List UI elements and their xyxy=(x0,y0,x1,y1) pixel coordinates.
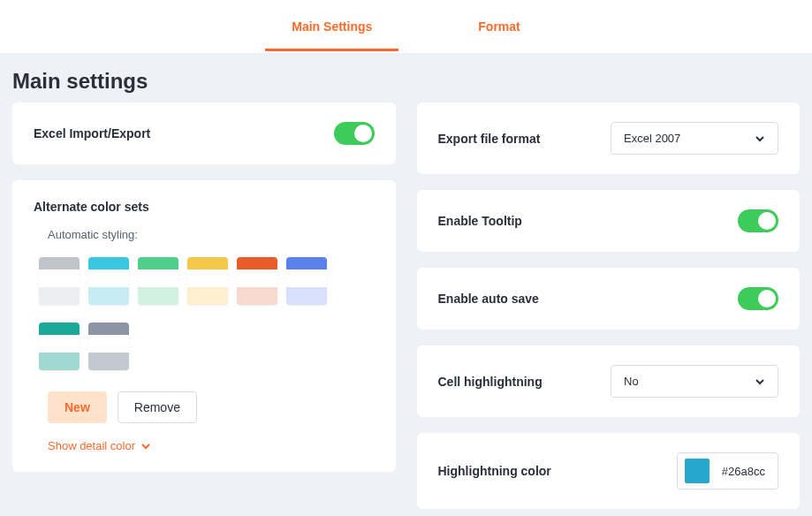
label-cell-highlightning: Cell highlightning xyxy=(438,375,543,389)
swatch-grid xyxy=(34,257,375,370)
select-export-file-format[interactable]: Excel 2007 xyxy=(611,122,778,155)
color-field-highlightning[interactable]: #26a8cc xyxy=(677,452,778,489)
color-set-swatch-4[interactable] xyxy=(237,257,277,305)
tab-format[interactable]: Format xyxy=(478,2,520,51)
color-swatch-icon xyxy=(685,459,710,483)
card-cell-highlightning: Cell highlightning No xyxy=(417,345,801,417)
page-title: Main settings xyxy=(0,53,812,102)
label-enable-auto-save: Enable auto save xyxy=(438,292,539,306)
card-highlightning-color: Highlightning color #26a8cc xyxy=(417,433,801,509)
label-excel-import-export: Excel Import/Export xyxy=(34,126,150,140)
color-set-swatch-7[interactable] xyxy=(88,322,129,370)
select-cell-highlight-value: No xyxy=(624,375,639,388)
card-export-file-format: Export file format Excel 2007 xyxy=(417,102,801,174)
label-highlightning-color: Highlightning color xyxy=(438,464,551,478)
color-set-swatch-1[interactable] xyxy=(88,257,129,305)
select-cell-highlightning[interactable]: No xyxy=(611,365,778,398)
tab-bar: Main Settings Format xyxy=(0,0,812,53)
label-automatic-styling: Automatic styling: xyxy=(48,228,375,241)
tab-main-settings[interactable]: Main Settings xyxy=(292,2,372,51)
toggle-enable-tooltip[interactable] xyxy=(738,209,778,232)
toggle-excel-import-export[interactable] xyxy=(334,122,375,145)
color-field-value: #26a8cc xyxy=(722,465,765,478)
color-set-swatch-5[interactable] xyxy=(286,257,327,305)
new-button[interactable]: New xyxy=(48,391,107,423)
label-export-file-format: Export file format xyxy=(438,132,541,146)
remove-button[interactable]: Remove xyxy=(118,391,197,423)
show-detail-color-link[interactable]: Show detail color xyxy=(48,439,375,452)
card-excel-import-export: Excel Import/Export xyxy=(12,102,396,164)
chevron-down-icon xyxy=(755,133,765,144)
chevron-down-icon xyxy=(140,441,151,452)
card-enable-auto-save: Enable auto save xyxy=(417,268,801,330)
toggle-enable-auto-save[interactable] xyxy=(738,287,778,310)
card-alternate-color-sets: Alternate color sets Automatic styling: … xyxy=(12,180,396,472)
show-detail-color-label: Show detail color xyxy=(48,439,135,452)
color-set-swatch-3[interactable] xyxy=(187,257,228,305)
chevron-down-icon xyxy=(755,376,765,387)
select-export-value: Excel 2007 xyxy=(624,132,680,145)
card-enable-tooltip: Enable Tooltip xyxy=(417,190,801,252)
color-set-swatch-6[interactable] xyxy=(39,322,80,370)
color-set-swatch-0[interactable] xyxy=(39,257,80,305)
color-set-swatch-2[interactable] xyxy=(138,257,178,305)
label-alternate-color-sets: Alternate color sets xyxy=(34,200,375,214)
label-enable-tooltip: Enable Tooltip xyxy=(438,214,522,228)
